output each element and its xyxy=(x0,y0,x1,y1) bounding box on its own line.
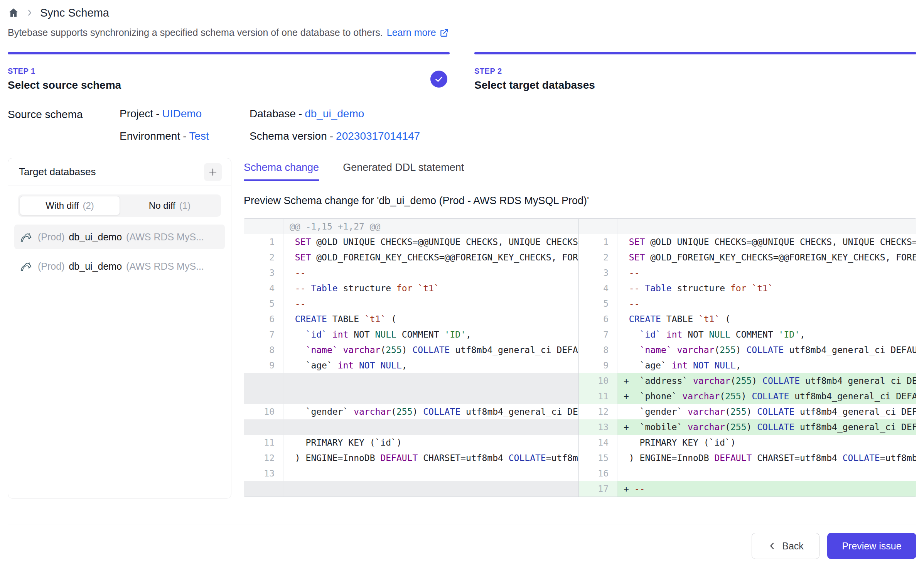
line-number xyxy=(244,389,283,404)
code-line xyxy=(283,481,578,497)
page: Sync Schema Bytebase supports synchroniz… xyxy=(0,5,924,559)
diff-row xyxy=(244,419,578,435)
code-line xyxy=(283,466,578,481)
line-number: 16 xyxy=(579,466,617,481)
diff-row: 3 -- xyxy=(579,265,916,280)
diff-row: 2 SET @OLD_FOREIGN_KEY_CHECKS=@@FOREIGN_… xyxy=(579,250,916,265)
database-list-item[interactable]: (Prod) db_ui_demo (AWS RDS MyS... xyxy=(14,254,225,279)
source-schema-summary: Source schema Project-UIDemo Database-db… xyxy=(8,108,916,142)
diff-row xyxy=(244,389,578,404)
line-number: 6 xyxy=(244,311,283,327)
tab-with-diff-label: With diff xyxy=(46,200,79,211)
code-line xyxy=(617,219,916,234)
target-databases-panel: Target databases With diff (2) No diff (… xyxy=(8,158,231,498)
check-icon xyxy=(434,74,444,84)
diff-row: 16 xyxy=(579,466,916,481)
diff-row: 4 -- Table structure for `t1` xyxy=(579,280,916,296)
line-number: 6 xyxy=(579,311,617,327)
preview-issue-button[interactable]: Preview issue xyxy=(827,533,916,559)
line-number: 11 xyxy=(244,435,283,450)
page-title: Sync Schema xyxy=(40,7,109,19)
code-line: + `mobile` varchar(255) COLLATE utf8mb4_… xyxy=(617,419,916,435)
line-number: 12 xyxy=(244,450,283,466)
tab-generated-ddl[interactable]: Generated DDL statement xyxy=(343,162,464,181)
diff-row xyxy=(579,219,916,234)
code-line: -- xyxy=(283,265,578,280)
diff-row: 13+ `mobile` varchar(255) COLLATE utf8mb… xyxy=(579,419,916,435)
project-link[interactable]: UIDemo xyxy=(162,108,202,120)
field-database: Database-db_ui_demo xyxy=(250,108,420,120)
line-number: 2 xyxy=(579,250,617,265)
code-line: -- Table structure for `t1` xyxy=(283,280,578,296)
tab-schema-change[interactable]: Schema change xyxy=(244,162,319,181)
source-schema-label: Source schema xyxy=(8,108,120,142)
line-number: 5 xyxy=(579,296,617,311)
external-link-icon xyxy=(439,28,449,38)
step-1-title: Select source schema xyxy=(8,79,450,91)
code-line: `age` int NOT NULL, xyxy=(617,358,916,373)
back-button[interactable]: Back xyxy=(752,533,819,559)
code-line: CREATE TABLE `t1` ( xyxy=(617,311,916,327)
field-separator: - xyxy=(330,130,333,142)
tab-with-diff[interactable]: With diff (2) xyxy=(20,196,120,215)
code-line: ) ENGINE=InnoDB DEFAULT CHARSET=utf8mb4 … xyxy=(617,450,916,466)
diff-row: 1 SET @OLD_UNIQUE_CHECKS=@@UNIQUE_CHECKS… xyxy=(244,234,578,250)
step-2-progress-bar xyxy=(474,52,916,54)
sync-schema-page: { "colors": { "accent": "#4f46e5", "link… xyxy=(0,0,924,571)
code-line: -- Table structure for `t1` xyxy=(617,280,916,296)
environment-link[interactable]: Test xyxy=(189,130,209,142)
code-line: `id` int NOT NULL COMMENT 'ID', xyxy=(283,327,578,342)
step-1-label: STEP 1 xyxy=(8,67,450,76)
diff-row: 15 ) ENGINE=InnoDB DEFAULT CHARSET=utf8m… xyxy=(579,450,916,466)
add-database-button[interactable] xyxy=(204,163,222,181)
database-link[interactable]: db_ui_demo xyxy=(305,108,364,120)
step-1: STEP 1 Select source schema xyxy=(8,52,450,91)
line-number: 9 xyxy=(579,358,617,373)
code-line: PRIMARY KEY (`id`) xyxy=(617,435,916,450)
diff-row: 7 `id` int NOT NULL COMMENT 'ID', xyxy=(579,327,916,342)
database-instance: (AWS RDS MyS... xyxy=(126,261,204,272)
line-number: 4 xyxy=(579,280,617,296)
diff-row: 11 PRIMARY KEY (`id`) xyxy=(244,435,578,450)
code-line: SET @OLD_UNIQUE_CHECKS=@@UNIQUE_CHECKS, … xyxy=(283,234,578,250)
diff-row: 12 `gender` varchar(255) COLLATE utf8mb4… xyxy=(579,404,916,419)
schema-diff-viewer: @@ -1,15 +1,27 @@1 SET @OLD_UNIQUE_CHECK… xyxy=(244,218,916,497)
diff-row: 8 `name` varchar(255) COLLATE utf8mb4_ge… xyxy=(579,342,916,358)
database-instance: (AWS RDS MyS... xyxy=(126,231,204,243)
code-line: `gender` varchar(255) COLLATE utf8mb4_ge… xyxy=(617,404,916,419)
line-number: 3 xyxy=(244,265,283,280)
field-database-name: Database xyxy=(250,108,296,120)
tab-no-diff-label: No diff xyxy=(149,200,175,211)
line-number: 7 xyxy=(244,327,283,342)
diff-row: 14 PRIMARY KEY (`id`) xyxy=(579,435,916,450)
database-list-item[interactable]: (Prod) db_ui_demo (AWS RDS MyS... xyxy=(14,225,225,249)
chevron-left-icon xyxy=(767,541,777,551)
diff-row: 1 SET @OLD_UNIQUE_CHECKS=@@UNIQUE_CHECKS… xyxy=(579,234,916,250)
line-number: 17 xyxy=(579,481,617,497)
step-1-complete-badge xyxy=(430,71,447,88)
diff-row: 6 CREATE TABLE `t1` ( xyxy=(579,311,916,327)
tab-no-diff-count: (1) xyxy=(179,200,191,211)
field-schema-version: Schema version-20230317014147 xyxy=(250,130,420,142)
line-number: 1 xyxy=(579,234,617,250)
tab-no-diff[interactable]: No diff (1) xyxy=(120,196,219,215)
code-line: SET @OLD_UNIQUE_CHECKS=@@UNIQUE_CHECKS, … xyxy=(617,234,916,250)
code-line xyxy=(283,419,578,435)
step-2-label: STEP 2 xyxy=(474,67,916,76)
line-number: 4 xyxy=(244,280,283,296)
code-line xyxy=(283,389,578,404)
database-environment: (Prod) xyxy=(38,261,64,272)
line-number: 13 xyxy=(579,419,617,435)
database-environment: (Prod) xyxy=(38,231,64,243)
footer-actions: Back Preview issue xyxy=(8,533,916,559)
code-line: @@ -1,15 +1,27 @@ xyxy=(283,219,578,234)
diff-row: 8 `name` varchar(255) COLLATE utf8mb4_ge… xyxy=(244,342,578,358)
code-line: + `phone` varchar(255) COLLATE utf8mb4_g… xyxy=(617,389,916,404)
line-number: 1 xyxy=(244,234,283,250)
schema-version-link[interactable]: 20230317014147 xyxy=(336,130,420,142)
line-number: 15 xyxy=(579,450,617,466)
learn-more-link[interactable]: Learn more xyxy=(387,27,449,38)
preview-title: Preview Schema change for 'db_ui_demo (P… xyxy=(244,195,916,207)
step-indicator: STEP 1 Select source schema STEP 2 Selec… xyxy=(8,52,916,91)
home-icon[interactable] xyxy=(8,7,19,19)
